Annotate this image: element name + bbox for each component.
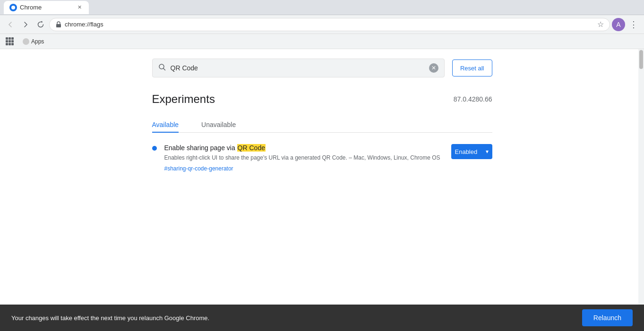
experiment-control: Default Enabled Disabled (451, 144, 492, 159)
search-clear-button[interactable]: ✕ (429, 63, 438, 73)
svg-point-0 (11, 6, 15, 9)
relaunch-button[interactable]: Relaunch (582, 309, 633, 326)
experiment-info: Enable sharing page via QR Code Enables … (164, 144, 444, 172)
tab-title: Chrome (20, 4, 42, 11)
url-display: chrome://flags (65, 21, 103, 28)
experiment-description: Enables right-click UI to share the page… (164, 153, 444, 162)
search-input[interactable]: QR Code (171, 64, 424, 72)
experiment-title-highlight: QR Code (237, 144, 266, 152)
svg-line-3 (163, 68, 165, 70)
main-container: Experiments 87.0.4280.66 Available Unava… (152, 93, 492, 172)
reload-button[interactable] (34, 18, 47, 31)
apps-favicon (23, 38, 29, 45)
search-container: QR Code ✕ Reset all (152, 59, 492, 77)
tab-close-button[interactable]: ✕ (76, 4, 83, 11)
apps-bookmark[interactable]: Apps (20, 37, 47, 46)
page-title: Experiments (152, 93, 215, 106)
apps-grid-icon[interactable] (6, 37, 14, 46)
version-number: 87.0.4280.66 (454, 95, 492, 103)
scrollbar[interactable] (638, 49, 644, 305)
apps-label: Apps (31, 38, 44, 45)
tabs-row: Available Unavailable (152, 117, 492, 132)
svg-rect-1 (56, 24, 61, 27)
tabs-container: Available Unavailable (152, 117, 492, 133)
reset-all-button[interactable]: Reset all (452, 59, 492, 76)
tab-available[interactable]: Available (152, 117, 179, 132)
tab-area: Chrome ✕ (4, 0, 89, 15)
relaunch-message: Your changes will take effect the next t… (11, 314, 209, 322)
tab-unavailable[interactable]: Unavailable (201, 117, 236, 132)
experiment-title-prefix: Enable sharing page via (164, 144, 237, 152)
search-box[interactable]: QR Code ✕ (152, 59, 445, 77)
search-icon (158, 63, 166, 73)
experiment-title: Enable sharing page via QR Code (164, 144, 444, 152)
browser-titlebar: Chrome ✕ (0, 0, 644, 15)
bookmarks-bar: Apps (0, 34, 644, 49)
profile-avatar[interactable]: A (612, 18, 625, 31)
address-bar[interactable]: chrome://flags ☆ (49, 18, 610, 31)
bottom-notification-bar: Your changes will take effect the next t… (0, 305, 644, 331)
navbar: chrome://flags ☆ A ⋮ (0, 15, 644, 34)
page-content: QR Code ✕ Reset all Experiments 87.0.428… (0, 49, 644, 305)
status-select-wrapper: Default Enabled Disabled (451, 144, 492, 159)
experiment-status-dot (152, 146, 157, 151)
security-icon (55, 21, 62, 28)
forward-button[interactable] (19, 18, 32, 31)
bookmark-star-icon[interactable]: ☆ (597, 20, 604, 29)
experiment-link[interactable]: #sharing-qr-code-generator (164, 165, 233, 172)
experiment-status-select[interactable]: Default Enabled Disabled (451, 144, 492, 159)
page-header: Experiments 87.0.4280.66 (152, 93, 492, 106)
content-area: QR Code ✕ Reset all Experiments 87.0.428… (0, 49, 644, 305)
back-button[interactable] (4, 18, 17, 31)
scrollbar-thumb[interactable] (639, 50, 643, 69)
chrome-menu-button[interactable]: ⋮ (627, 18, 640, 31)
active-tab[interactable]: Chrome ✕ (4, 1, 89, 14)
tab-favicon (9, 4, 17, 11)
experiment-item: Enable sharing page via QR Code Enables … (152, 144, 492, 172)
